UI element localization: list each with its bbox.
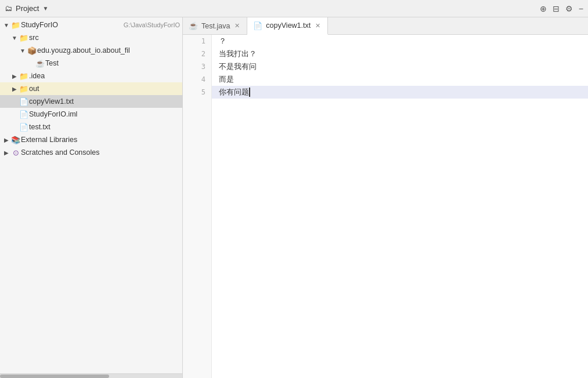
code-area[interactable]: ？ 当我打出？ 不是我有问 而是 你有问题 <box>212 35 588 378</box>
folder-icon-src: 📁 <box>19 34 29 42</box>
folder-icon-out: 📁 <box>19 85 29 93</box>
tab-label-copyview1: copyView1.txt <box>266 21 311 30</box>
line-number-1: 1 <box>183 35 211 48</box>
minimize-icon[interactable]: − <box>579 4 583 13</box>
code-line-4: 而是 <box>212 73 588 86</box>
code-text-1: ？ <box>219 36 226 46</box>
sidebar-item-src[interactable]: ▼ 📁 src <box>0 31 182 44</box>
file-tree: ▼ 📁 StudyForIO G:\Java\StudyForIO ▼ 📁 sr… <box>0 17 182 373</box>
line-number-2: 2 <box>183 48 211 60</box>
arrow-edu: ▼ <box>19 48 27 54</box>
label-test-txt: test.txt <box>29 123 180 131</box>
line-number-5: 5 <box>183 86 211 99</box>
code-text-2: 当我打出？ <box>219 49 257 59</box>
iml-icon: 📄 <box>19 110 29 119</box>
label-src: src <box>29 34 180 42</box>
sidebar-item-idea[interactable]: ▶ 📁 .idea <box>0 70 182 82</box>
line-number-3: 3 <box>183 60 211 73</box>
sidebar: ▼ 📁 StudyForIO G:\Java\StudyForIO ▼ 📁 sr… <box>0 17 183 378</box>
line-numbers: 1 2 3 4 5 <box>183 35 212 378</box>
arrow-ext-lib: ▶ <box>2 137 10 143</box>
code-text-4: 而是 <box>219 74 234 85</box>
title-bar: 🗂 Project ▼ ⊕ ⊟ ⚙ − <box>0 0 588 17</box>
label-idea: .idea <box>29 72 180 80</box>
label-external-libraries: External Libraries <box>21 136 180 144</box>
folder-icon-studyforio: 📁 <box>10 21 21 30</box>
arrow-idea: ▶ <box>10 73 19 79</box>
sidebar-item-scratches-consoles[interactable]: ▶ ⊙ Scratches and Consoles <box>0 146 182 159</box>
label-edu-package: edu.youzg.about_io.about_fil <box>37 46 180 54</box>
label-copyview1-txt: copyView1.txt <box>29 97 180 106</box>
editor-content[interactable]: 1 2 3 4 5 ？ 当我打出？ 不是我有问 而是 <box>183 35 588 378</box>
arrow-out: ▶ <box>10 86 19 92</box>
code-line-3: 不是我有问 <box>212 60 588 73</box>
arrow-studyforio: ▼ <box>2 22 10 28</box>
label-studyforio-iml: StudyForIO.iml <box>29 110 180 118</box>
arrow-src: ▼ <box>10 35 19 41</box>
tab-close-copyview1[interactable]: ✕ <box>314 21 322 30</box>
dropdown-arrow-icon[interactable]: ▼ <box>42 5 48 12</box>
java-icon-test: ☕ <box>35 59 45 68</box>
settings-icon[interactable]: ⚙ <box>565 4 573 13</box>
project-label[interactable]: Project <box>16 4 39 13</box>
label-test-java: Test <box>45 59 180 67</box>
code-text-3: 不是我有问 <box>219 61 257 72</box>
folder-icon-idea: 📁 <box>19 72 29 81</box>
sidebar-item-test-java[interactable]: ☕ Test <box>0 57 182 70</box>
code-text-5: 你有问题 <box>219 87 249 97</box>
sidebar-item-studyforio-iml[interactable]: 📄 StudyForIO.iml <box>0 108 182 121</box>
package-icon-edu: 📦 <box>27 46 37 55</box>
title-bar-icons: ⊕ ⊟ ⚙ − <box>540 4 583 13</box>
tab-label-test-java: Test.java <box>201 22 230 30</box>
sidebar-scrollbar-thumb <box>0 375 109 378</box>
horizontal-split-icon[interactable]: ⊟ <box>553 4 560 13</box>
title-bar-left: 🗂 Project ▼ <box>5 4 48 13</box>
sidebar-item-studyforio[interactable]: ▼ 📁 StudyForIO G:\Java\StudyForIO <box>0 19 182 31</box>
tab-close-test-java[interactable]: ✕ <box>233 21 241 30</box>
code-line-1: ？ <box>212 35 588 48</box>
ext-lib-icon: 📚 <box>10 136 21 144</box>
label-scratches-consoles: Scratches and Consoles <box>21 148 180 157</box>
project-icon: 🗂 <box>5 4 12 13</box>
java-tab-icon: ☕ <box>189 21 198 30</box>
path-studyforio: G:\Java\StudyForIO <box>124 21 180 28</box>
text-cursor <box>249 88 250 97</box>
arrow-scratches: ▶ <box>2 150 10 156</box>
label-out: out <box>29 85 180 93</box>
sidebar-scrollbar[interactable] <box>0 373 182 378</box>
tab-test-java[interactable]: ☕ Test.java ✕ <box>183 17 247 34</box>
sidebar-item-out[interactable]: ▶ 📁 out <box>0 82 182 95</box>
sidebar-item-external-libraries[interactable]: ▶ 📚 External Libraries <box>0 133 182 146</box>
txt-tab-icon: 📄 <box>253 21 262 30</box>
main-layout: ▼ 📁 StudyForIO G:\Java\StudyForIO ▼ 📁 sr… <box>0 17 588 378</box>
line-number-4: 4 <box>183 73 211 86</box>
scratches-icon: ⊙ <box>10 148 21 157</box>
label-studyforio: StudyForIO <box>21 21 121 29</box>
sidebar-item-edu-package[interactable]: ▼ 📦 edu.youzg.about_io.about_fil <box>0 44 182 57</box>
txt-icon-test: 📄 <box>19 123 29 132</box>
sidebar-item-test-txt[interactable]: 📄 test.txt <box>0 121 182 133</box>
sidebar-item-copyview1-txt[interactable]: 📄 copyView1.txt <box>0 95 182 108</box>
tab-copyview1-txt[interactable]: 📄 copyView1.txt ✕ <box>247 17 328 35</box>
add-icon[interactable]: ⊕ <box>540 4 547 13</box>
txt-icon-copyview1: 📄 <box>19 97 29 106</box>
editor-area: ☕ Test.java ✕ 📄 copyView1.txt ✕ 1 2 3 4 … <box>183 17 588 378</box>
code-line-5: 你有问题 <box>212 86 588 99</box>
tabs-bar: ☕ Test.java ✕ 📄 copyView1.txt ✕ <box>183 17 588 35</box>
code-line-2: 当我打出？ <box>212 48 588 60</box>
